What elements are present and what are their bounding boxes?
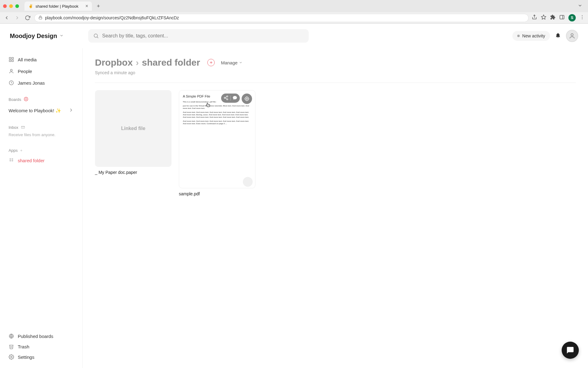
apps-section-label: Apps + [5,147,77,154]
pdf-line: And more text. And more text. And more t… [183,111,251,119]
search-input[interactable] [102,33,304,39]
sidepanel-icon[interactable] [559,14,565,21]
chat-fab[interactable] [562,342,579,359]
svg-point-30 [246,98,248,100]
new-tab-button[interactable]: + [94,3,103,10]
bookmark-star-icon[interactable] [541,14,546,21]
forward-button[interactable] [13,14,21,21]
workspace-switcher[interactable]: Moodjoy Design [10,33,64,40]
sidebar-label: Welcome to Playbook! ✨ [9,108,61,113]
kebab-menu-icon[interactable] [579,14,585,21]
sidebar: All media People James Jonas Boards Welc… [0,48,83,368]
svg-point-7 [582,18,582,19]
svg-point-26 [227,98,228,100]
app-header: Moodjoy Design New activity [0,24,588,48]
grid-icon [9,57,14,62]
linked-file-label: Linked file [121,126,145,131]
trash-icon [9,344,14,349]
file-thumbnail: Linked file [95,90,172,167]
file-thumbnail: A Simple PDF File This is a small demons… [179,90,255,188]
workspace-name: Moodjoy Design [10,33,57,40]
sidebar-item-people[interactable]: People [5,66,77,76]
file-grid: Linked file _ My Paper doc.paper A Simpl… [95,90,576,196]
crumb-separator: › [136,57,139,68]
sidebar-item-settings[interactable]: Settings [5,352,77,362]
sidebar-item-welcome[interactable]: Welcome to Playbook! ✨ [5,105,77,116]
crumb-current: shared folder [142,57,200,68]
browser-chrome: ✌️ shared folder | Playbook × + playbook… [0,0,588,24]
svg-rect-0 [39,17,42,19]
add-board-button[interactable] [24,97,28,102]
sidebar-label: Published boards [18,334,53,339]
pdf-line: And more text. And more text. And more t… [183,120,251,125]
svg-rect-13 [9,60,11,62]
chat-icon [566,346,574,354]
notifications-button[interactable] [555,32,561,40]
extensions-icon[interactable] [550,14,556,21]
svg-point-29 [245,97,249,101]
toolbar-icons: S [532,14,585,21]
new-activity-button[interactable]: New activity [512,31,550,41]
manage-button[interactable]: Manage [221,60,242,65]
share-action-button[interactable] [224,95,228,101]
search-icon [93,33,99,39]
person-icon [569,33,575,39]
svg-rect-14 [12,60,13,62]
sidebar-label: shared folder [18,158,45,163]
sidebar-item-person[interactable]: James Jonas [5,78,77,88]
svg-point-25 [224,97,225,98]
reload-button[interactable] [24,14,31,21]
browser-tab[interactable]: ✌️ shared folder | Playbook × [24,2,92,11]
svg-line-28 [225,97,227,98]
sidebar-item-published[interactable]: Published boards [5,331,77,341]
tab-title: shared folder | Playbook [36,4,78,9]
sync-status: Synced a minute ago [95,70,576,75]
clock-icon [9,80,14,86]
add-button[interactable]: + [207,59,215,66]
back-button[interactable] [3,14,10,21]
boards-section-label: Boards [5,95,77,104]
loading-indicator [243,177,253,187]
svg-point-5 [582,15,582,16]
svg-point-15 [10,69,12,71]
inbox-subtitle: Receive files from anyone. [5,132,77,140]
search-bar[interactable] [88,29,309,43]
url-field[interactable]: playbook.com/moodjoy-design/sources/Qz2N… [34,14,529,22]
window-maximize-icon[interactable] [15,4,19,8]
url-text: playbook.com/moodjoy-design/sources/Qz2N… [45,15,179,20]
tabs-collapse-icon[interactable] [575,3,585,9]
sidebar-item-trash[interactable]: Trash [5,341,77,352]
inbox-icon [21,125,25,130]
file-card-pdf[interactable]: A Simple PDF File This is a small demons… [179,90,255,196]
file-card-linked[interactable]: Linked file _ My Paper doc.paper [95,90,172,196]
sidebar-item-all-media[interactable]: All media [5,54,77,65]
favicon-icon: ✌️ [28,4,33,9]
person-icon [9,68,14,74]
window-minimize-icon[interactable] [9,4,13,8]
tab-bar: ✌️ shared folder | Playbook × + [0,0,588,12]
sidebar-item-shared-folder[interactable]: shared folder [5,155,77,166]
share-icon[interactable] [532,14,537,21]
comment-action-button[interactable] [232,95,237,101]
action-pill [221,94,240,103]
breadcrumb: Dropbox › shared folder + Manage [95,57,576,68]
sidebar-label: Trash [18,344,29,349]
target-action-button[interactable] [242,94,252,104]
activity-dot-icon [517,35,520,37]
gear-icon [9,354,14,360]
profile-avatar[interactable]: S [568,14,576,21]
window-close-icon[interactable] [3,4,7,8]
svg-point-23 [11,356,12,358]
crumb-root[interactable]: Dropbox [95,57,133,68]
tab-close-icon[interactable]: × [85,3,88,9]
inbox-label: Inbox [9,125,18,130]
file-name: _ My Paper doc.paper [95,170,172,175]
svg-rect-11 [9,57,11,59]
user-avatar[interactable] [566,30,578,42]
svg-rect-12 [12,57,13,59]
lock-icon [38,15,43,21]
pdf-line: just for use in the Virtual Mechanics tu… [183,105,251,110]
add-app-button[interactable]: + [20,148,23,153]
file-name: sample.pdf [179,191,255,196]
svg-point-24 [227,96,228,97]
